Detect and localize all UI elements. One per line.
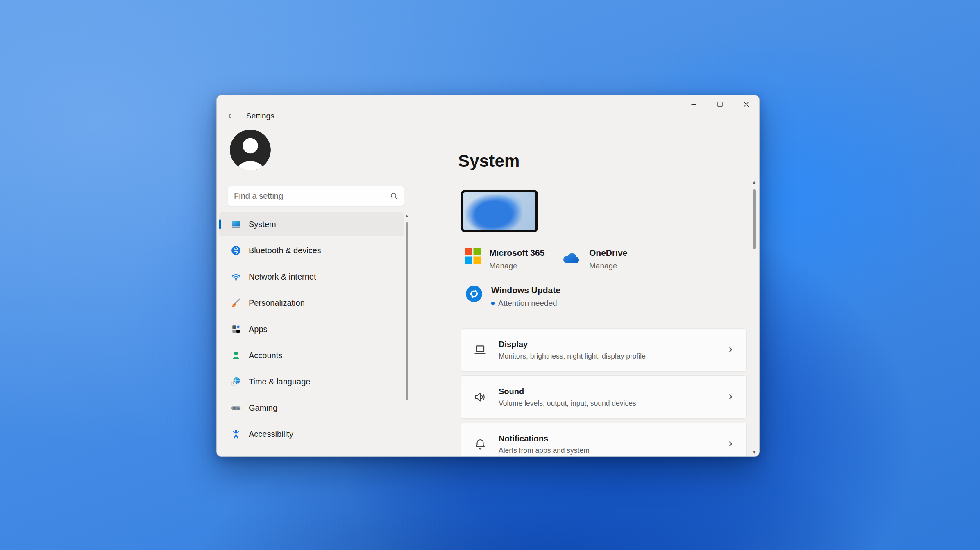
sidebar-item-apps[interactable]: Apps	[219, 317, 404, 341]
main-scrollbar: ▲ ▼	[752, 180, 757, 455]
sidebar-scrollbar-thumb[interactable]	[406, 222, 408, 400]
sidebar-item-accounts[interactable]: Accounts	[219, 343, 404, 367]
sidebar-item-label: Apps	[249, 325, 268, 334]
sidebar-item-label: Accessibility	[249, 430, 293, 439]
onedrive-icon	[562, 252, 581, 266]
card-title: Display	[499, 340, 646, 349]
sidebar-item-label: Personalization	[249, 298, 305, 308]
windows-update-icon	[465, 285, 483, 304]
card-sound[interactable]: SoundVolume levels, output, input, sound…	[461, 375, 747, 419]
selected-accent-bar	[219, 219, 221, 229]
windows-update-link[interactable]: Windows Update Attention needed	[465, 285, 560, 308]
chevron-right-icon: ›	[728, 436, 733, 450]
windows-update-status: Attention needed	[498, 299, 557, 308]
card-display[interactable]: DisplayMonitors, brightness, night light…	[461, 328, 747, 372]
accounts-icon	[231, 350, 241, 361]
system-icon	[231, 219, 241, 230]
person-avatar-icon	[230, 130, 271, 170]
attention-dot-icon	[491, 302, 495, 305]
microsoft-365-icon	[465, 248, 481, 265]
close-icon	[743, 101, 749, 107]
back-arrow-icon	[227, 111, 236, 121]
sidebar-item-time-language[interactable]: Time & language	[219, 370, 404, 393]
time-language-icon	[231, 376, 241, 387]
quick-link-microsoft-365[interactable]: Microsoft 365 Manage	[465, 248, 544, 270]
sidebar-item-accessibility[interactable]: Accessibility	[219, 422, 404, 446]
desktop-wallpaper: Settings	[0, 0, 980, 550]
sidebar-item-label: Time & language	[249, 377, 310, 386]
sidebar-item-label: Bluetooth & devices	[249, 246, 321, 255]
accessibility-icon	[231, 429, 241, 439]
card-notifications[interactable]: NotificationsAlerts from apps and system…	[461, 423, 747, 457]
windows-update-title: Windows Update	[491, 285, 560, 295]
quick-link-onedrive[interactable]: OneDrive Manage	[562, 248, 627, 270]
quick-link-title: OneDrive	[589, 248, 627, 258]
window-controls	[681, 95, 759, 113]
scroll-up-icon[interactable]: ▲	[405, 214, 409, 218]
maximize-button[interactable]	[707, 95, 733, 113]
sidebar-item-gaming[interactable]: Gaming	[219, 396, 404, 420]
scroll-down-icon[interactable]: ▼	[752, 450, 757, 455]
card-subtitle: Monitors, brightness, night light, displ…	[499, 352, 646, 361]
sidebar-item-network-internet[interactable]: Network & internet	[219, 265, 404, 289]
page-title: System	[458, 151, 520, 171]
back-button[interactable]	[224, 109, 239, 123]
scroll-up-icon[interactable]: ▲	[752, 180, 757, 184]
apps-icon	[231, 324, 241, 334]
sidebar-scrollbar: ▲ ▼	[404, 214, 409, 457]
sidebar-item-personalization[interactable]: Personalization	[219, 291, 404, 315]
card-title: Notifications	[499, 434, 590, 443]
sidebar-nav: SystemBluetooth & devicesNetwork & inter…	[219, 212, 404, 448]
card-subtitle: Volume levels, output, input, sound devi…	[499, 399, 636, 408]
device-preview-image	[461, 190, 538, 232]
sidebar-item-label: System	[249, 220, 276, 229]
settings-card-list: DisplayMonitors, brightness, night light…	[461, 328, 747, 457]
close-button[interactable]	[733, 95, 759, 113]
sidebar-item-bluetooth-devices[interactable]: Bluetooth & devices	[219, 239, 404, 262]
card-subtitle: Alerts from apps and system	[499, 446, 590, 455]
minimize-icon	[691, 101, 697, 107]
account-avatar[interactable]	[230, 130, 271, 170]
gaming-icon	[231, 402, 241, 413]
sidebar-item-label: Gaming	[249, 403, 277, 413]
search-icon	[387, 192, 401, 200]
notifications-icon	[473, 437, 487, 451]
quick-link-manage: Manage	[589, 261, 627, 270]
chevron-right-icon: ›	[728, 342, 733, 356]
sound-icon	[473, 390, 487, 404]
window-title: Settings	[246, 111, 274, 120]
quick-link-title: Microsoft 365	[489, 248, 544, 258]
main-scrollbar-thumb[interactable]	[753, 189, 756, 249]
sidebar-item-system[interactable]: System	[219, 212, 404, 236]
sidebar-item-label: Accounts	[249, 351, 282, 360]
display-icon	[473, 343, 487, 357]
search-input[interactable]	[228, 191, 387, 201]
network-icon	[231, 271, 241, 282]
minimize-button[interactable]	[681, 95, 707, 113]
maximize-icon	[717, 101, 723, 107]
card-title: Sound	[499, 387, 636, 396]
bluetooth-icon	[231, 245, 241, 256]
sidebar-item-label: Network & internet	[249, 272, 316, 282]
search-box	[228, 186, 404, 206]
chevron-right-icon: ›	[728, 389, 733, 403]
personalization-icon	[231, 298, 241, 308]
quick-link-manage: Manage	[489, 261, 544, 270]
settings-window: Settings	[216, 95, 760, 457]
